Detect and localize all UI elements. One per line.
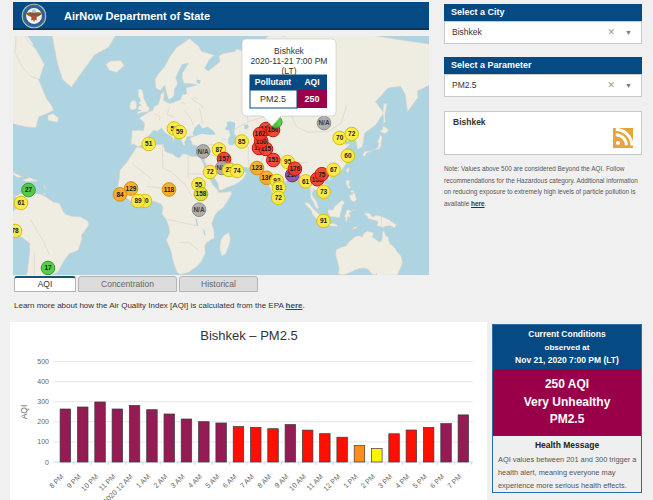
svg-text:51: 51: [145, 140, 153, 147]
svg-text:8 PM: 8 PM: [47, 472, 65, 490]
svg-text:7 PM: 7 PM: [445, 472, 463, 490]
svg-text:100: 100: [37, 438, 49, 445]
svg-text:1 AM: 1 AM: [134, 472, 152, 490]
svg-text:2020-11-21 7:00 PM: 2020-11-21 7:00 PM: [251, 56, 328, 66]
svg-text:N/A: N/A: [198, 148, 210, 155]
svg-text:27: 27: [25, 186, 33, 193]
svg-text:N/A: N/A: [193, 206, 205, 213]
svg-text:250: 250: [304, 94, 319, 104]
svg-text:10 AM: 10 AM: [287, 472, 308, 493]
svg-text:(LT): (LT): [282, 66, 297, 76]
svg-text:8 AM: 8 AM: [255, 472, 273, 490]
svg-text:75: 75: [318, 171, 326, 178]
svg-text:91: 91: [320, 217, 328, 224]
svg-text:162: 162: [255, 130, 266, 137]
svg-text:2 AM: 2 AM: [151, 472, 169, 490]
svg-text:84: 84: [116, 191, 124, 198]
svg-text:151: 151: [268, 156, 279, 163]
svg-text:400: 400: [37, 378, 49, 385]
svg-text:60: 60: [344, 152, 352, 159]
svg-text:176: 176: [289, 165, 300, 172]
svg-text:81: 81: [275, 184, 283, 191]
svg-text:Pollutant: Pollutant: [255, 77, 292, 87]
svg-text:300: 300: [37, 398, 49, 405]
svg-text:72: 72: [275, 194, 283, 201]
svg-text:61: 61: [17, 199, 25, 206]
svg-text:4 AM: 4 AM: [186, 472, 204, 490]
svg-text:74: 74: [233, 167, 241, 174]
svg-text:7 AM: 7 AM: [238, 472, 256, 490]
svg-text:78: 78: [13, 227, 19, 234]
svg-text:67: 67: [330, 166, 338, 173]
svg-text:89: 89: [134, 197, 142, 204]
svg-text:118: 118: [164, 186, 175, 193]
svg-text:129: 129: [126, 185, 137, 192]
svg-text:158: 158: [196, 190, 207, 197]
svg-text:85: 85: [238, 138, 246, 145]
svg-text:72: 72: [348, 130, 356, 137]
svg-text:Bishkek: Bishkek: [274, 46, 305, 56]
svg-text:3 PM: 3 PM: [376, 472, 394, 490]
svg-text:70: 70: [336, 134, 344, 141]
svg-text:N/A: N/A: [318, 119, 330, 126]
svg-text:5 AM: 5 AM: [203, 472, 221, 490]
svg-text:4 PM: 4 PM: [393, 472, 411, 490]
svg-text:6 PM: 6 PM: [428, 472, 446, 490]
svg-text:73: 73: [320, 188, 328, 195]
svg-text:61: 61: [302, 178, 310, 185]
svg-text:12 PM: 12 PM: [321, 472, 342, 493]
svg-text:Bishkek – PM2.5: Bishkek – PM2.5: [200, 328, 298, 343]
svg-text:11 AM: 11 AM: [305, 472, 325, 492]
svg-text:72: 72: [206, 168, 214, 175]
svg-text:1 PM: 1 PM: [341, 472, 359, 490]
svg-text:5 PM: 5 PM: [411, 472, 429, 490]
svg-text:AQI: AQI: [304, 77, 319, 87]
svg-text:6 AM: 6 AM: [221, 472, 239, 490]
svg-text:10 PM: 10 PM: [79, 472, 100, 493]
svg-text:3 AM: 3 AM: [169, 472, 187, 490]
svg-text:500: 500: [37, 358, 49, 365]
svg-text:200: 200: [37, 418, 49, 425]
svg-text:17: 17: [44, 264, 52, 271]
svg-text:87: 87: [215, 146, 223, 153]
svg-text:AQI: AQI: [19, 405, 29, 420]
svg-text:2 PM: 2 PM: [359, 472, 377, 490]
svg-text:59: 59: [176, 128, 184, 135]
svg-text:PM2.5: PM2.5: [260, 94, 286, 104]
svg-text:123: 123: [252, 164, 263, 171]
svg-text:0: 0: [45, 459, 49, 466]
